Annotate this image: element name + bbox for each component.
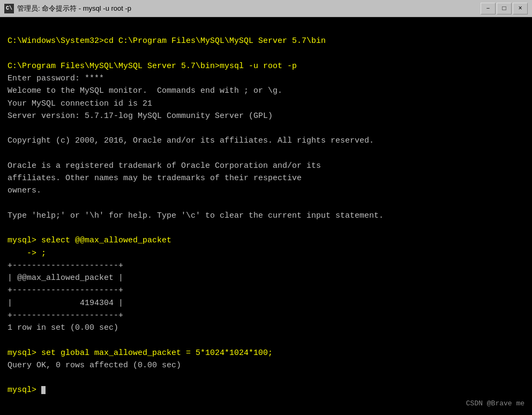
maximize-button[interactable]: □ [497,3,512,14]
title-bar-controls: － □ × [481,3,528,14]
watermark: CSDN @Brave me [466,399,524,407]
title-bar: C\ 管理员: 命令提示符 - mysql -u root -p － □ × [0,0,532,17]
close-button[interactable]: × [513,3,528,14]
terminal[interactable]: C:\Windows\System32>cd C:\Program Files\… [0,17,532,415]
title-bar-text: 管理员: 命令提示符 - mysql -u root -p [17,4,477,13]
minimize-button[interactable]: － [481,3,496,14]
title-bar-icon: C\ [4,4,14,13]
